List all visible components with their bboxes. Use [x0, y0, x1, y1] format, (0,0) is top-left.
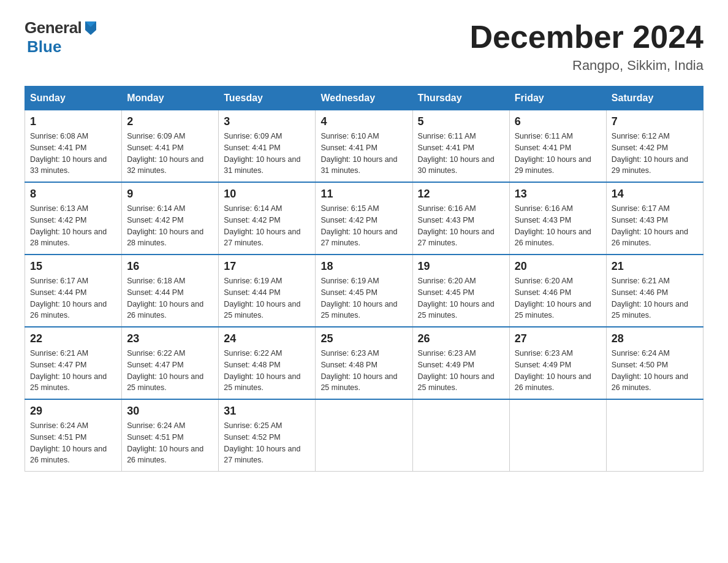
col-saturday: Saturday	[606, 86, 703, 110]
day-info: Sunrise: 6:24 AM Sunset: 4:51 PM Dayligh…	[127, 420, 213, 466]
day-number: 17	[224, 260, 310, 273]
calendar-week-row: 22 Sunrise: 6:21 AM Sunset: 4:47 PM Dayl…	[25, 327, 703, 399]
calendar-cell: 30 Sunrise: 6:24 AM Sunset: 4:51 PM Dayl…	[122, 399, 219, 472]
day-number: 13	[515, 188, 601, 201]
day-number: 2	[127, 115, 213, 128]
day-info: Sunrise: 6:08 AM Sunset: 4:41 PM Dayligh…	[30, 131, 116, 177]
calendar-cell: 19 Sunrise: 6:20 AM Sunset: 4:45 PM Dayl…	[412, 255, 509, 327]
calendar-cell: 28 Sunrise: 6:24 AM Sunset: 4:50 PM Dayl…	[606, 327, 703, 399]
calendar-cell: 9 Sunrise: 6:14 AM Sunset: 4:42 PM Dayli…	[122, 182, 219, 255]
calendar-cell: 6 Sunrise: 6:11 AM Sunset: 4:41 PM Dayli…	[509, 110, 606, 183]
calendar-week-row: 29 Sunrise: 6:24 AM Sunset: 4:51 PM Dayl…	[25, 399, 703, 472]
day-info: Sunrise: 6:25 AM Sunset: 4:52 PM Dayligh…	[224, 420, 310, 466]
day-number: 11	[320, 188, 407, 201]
day-info: Sunrise: 6:24 AM Sunset: 4:50 PM Dayligh…	[612, 348, 698, 394]
calendar-title-block: December 2024 Rangpo, Sikkim, India	[469, 18, 703, 74]
day-number: 26	[418, 332, 504, 345]
day-info: Sunrise: 6:12 AM Sunset: 4:42 PM Dayligh…	[612, 131, 698, 177]
day-info: Sunrise: 6:17 AM Sunset: 4:43 PM Dayligh…	[612, 203, 698, 249]
day-info: Sunrise: 6:23 AM Sunset: 4:49 PM Dayligh…	[418, 348, 504, 394]
day-number: 20	[515, 260, 601, 273]
day-number: 10	[224, 188, 310, 201]
day-number: 27	[515, 332, 601, 345]
day-info: Sunrise: 6:13 AM Sunset: 4:42 PM Dayligh…	[30, 203, 116, 249]
day-info: Sunrise: 6:19 AM Sunset: 4:45 PM Dayligh…	[320, 275, 407, 321]
calendar-cell: 17 Sunrise: 6:19 AM Sunset: 4:44 PM Dayl…	[219, 255, 316, 327]
day-info: Sunrise: 6:11 AM Sunset: 4:41 PM Dayligh…	[515, 131, 601, 177]
calendar-cell: 15 Sunrise: 6:17 AM Sunset: 4:44 PM Dayl…	[25, 255, 122, 327]
day-number: 15	[30, 260, 116, 273]
logo-blue-text: Blue	[27, 37, 61, 56]
day-info: Sunrise: 6:23 AM Sunset: 4:49 PM Dayligh…	[515, 348, 601, 394]
day-info: Sunrise: 6:24 AM Sunset: 4:51 PM Dayligh…	[30, 420, 116, 466]
day-info: Sunrise: 6:17 AM Sunset: 4:44 PM Dayligh…	[30, 275, 116, 321]
calendar-cell: 1 Sunrise: 6:08 AM Sunset: 4:41 PM Dayli…	[25, 110, 122, 183]
calendar-cell: 22 Sunrise: 6:21 AM Sunset: 4:47 PM Dayl…	[25, 327, 122, 399]
day-number: 8	[30, 188, 116, 201]
col-tuesday: Tuesday	[219, 86, 316, 110]
calendar-table: Sunday Monday Tuesday Wednesday Thursday…	[25, 86, 703, 472]
day-info: Sunrise: 6:10 AM Sunset: 4:41 PM Dayligh…	[320, 131, 407, 177]
day-info: Sunrise: 6:15 AM Sunset: 4:42 PM Dayligh…	[320, 203, 407, 249]
calendar-cell: 23 Sunrise: 6:22 AM Sunset: 4:47 PM Dayl…	[122, 327, 219, 399]
day-number: 19	[418, 260, 504, 273]
day-info: Sunrise: 6:20 AM Sunset: 4:45 PM Dayligh…	[418, 275, 504, 321]
col-sunday: Sunday	[25, 86, 122, 110]
calendar-cell: 5 Sunrise: 6:11 AM Sunset: 4:41 PM Dayli…	[412, 110, 509, 183]
day-number: 22	[30, 332, 116, 345]
day-info: Sunrise: 6:09 AM Sunset: 4:41 PM Dayligh…	[224, 131, 310, 177]
calendar-cell: 18 Sunrise: 6:19 AM Sunset: 4:45 PM Dayl…	[316, 255, 412, 327]
calendar-cell: 8 Sunrise: 6:13 AM Sunset: 4:42 PM Dayli…	[25, 182, 122, 255]
day-number: 14	[612, 188, 698, 201]
day-info: Sunrise: 6:11 AM Sunset: 4:41 PM Dayligh…	[418, 131, 504, 177]
calendar-cell: 25 Sunrise: 6:23 AM Sunset: 4:48 PM Dayl…	[316, 327, 412, 399]
calendar-cell: 26 Sunrise: 6:23 AM Sunset: 4:49 PM Dayl…	[412, 327, 509, 399]
logo-arrow-icon	[83, 19, 99, 37]
calendar-subtitle: Rangpo, Sikkim, India	[469, 58, 703, 74]
calendar-cell: 27 Sunrise: 6:23 AM Sunset: 4:49 PM Dayl…	[509, 327, 606, 399]
day-number: 21	[612, 260, 698, 273]
logo: General Blue	[25, 18, 99, 56]
calendar-header-row: Sunday Monday Tuesday Wednesday Thursday…	[25, 86, 703, 110]
calendar-cell: 4 Sunrise: 6:10 AM Sunset: 4:41 PM Dayli…	[316, 110, 412, 183]
calendar-cell	[316, 399, 412, 472]
day-number: 12	[418, 188, 504, 201]
page-header: General Blue December 2024 Rangpo, Sikki…	[25, 18, 703, 74]
day-info: Sunrise: 6:16 AM Sunset: 4:43 PM Dayligh…	[515, 203, 601, 249]
calendar-cell: 12 Sunrise: 6:16 AM Sunset: 4:43 PM Dayl…	[412, 182, 509, 255]
day-info: Sunrise: 6:09 AM Sunset: 4:41 PM Dayligh…	[127, 131, 213, 177]
calendar-cell: 2 Sunrise: 6:09 AM Sunset: 4:41 PM Dayli…	[122, 110, 219, 183]
day-number: 30	[127, 405, 213, 418]
day-number: 18	[320, 260, 407, 273]
day-number: 9	[127, 188, 213, 201]
col-wednesday: Wednesday	[316, 86, 412, 110]
calendar-cell: 7 Sunrise: 6:12 AM Sunset: 4:42 PM Dayli…	[606, 110, 703, 183]
col-thursday: Thursday	[412, 86, 509, 110]
day-number: 23	[127, 332, 213, 345]
day-number: 29	[30, 405, 116, 418]
day-number: 3	[224, 115, 310, 128]
calendar-cell: 11 Sunrise: 6:15 AM Sunset: 4:42 PM Dayl…	[316, 182, 412, 255]
day-number: 28	[612, 332, 698, 345]
day-number: 6	[515, 115, 601, 128]
day-number: 25	[320, 332, 407, 345]
day-info: Sunrise: 6:23 AM Sunset: 4:48 PM Dayligh…	[320, 348, 407, 394]
calendar-cell: 10 Sunrise: 6:14 AM Sunset: 4:42 PM Dayl…	[219, 182, 316, 255]
calendar-cell: 21 Sunrise: 6:21 AM Sunset: 4:46 PM Dayl…	[606, 255, 703, 327]
calendar-cell	[606, 399, 703, 472]
day-number: 1	[30, 115, 116, 128]
day-info: Sunrise: 6:18 AM Sunset: 4:44 PM Dayligh…	[127, 275, 213, 321]
day-number: 31	[224, 405, 310, 418]
day-info: Sunrise: 6:22 AM Sunset: 4:48 PM Dayligh…	[224, 348, 310, 394]
day-info: Sunrise: 6:21 AM Sunset: 4:46 PM Dayligh…	[612, 275, 698, 321]
calendar-cell: 29 Sunrise: 6:24 AM Sunset: 4:51 PM Dayl…	[25, 399, 122, 472]
day-number: 24	[224, 332, 310, 345]
day-number: 7	[612, 115, 698, 128]
calendar-cell: 14 Sunrise: 6:17 AM Sunset: 4:43 PM Dayl…	[606, 182, 703, 255]
day-info: Sunrise: 6:14 AM Sunset: 4:42 PM Dayligh…	[224, 203, 310, 249]
calendar-cell: 24 Sunrise: 6:22 AM Sunset: 4:48 PM Dayl…	[219, 327, 316, 399]
day-number: 16	[127, 260, 213, 273]
calendar-title: December 2024	[469, 18, 703, 55]
calendar-week-row: 15 Sunrise: 6:17 AM Sunset: 4:44 PM Dayl…	[25, 255, 703, 327]
col-monday: Monday	[122, 86, 219, 110]
